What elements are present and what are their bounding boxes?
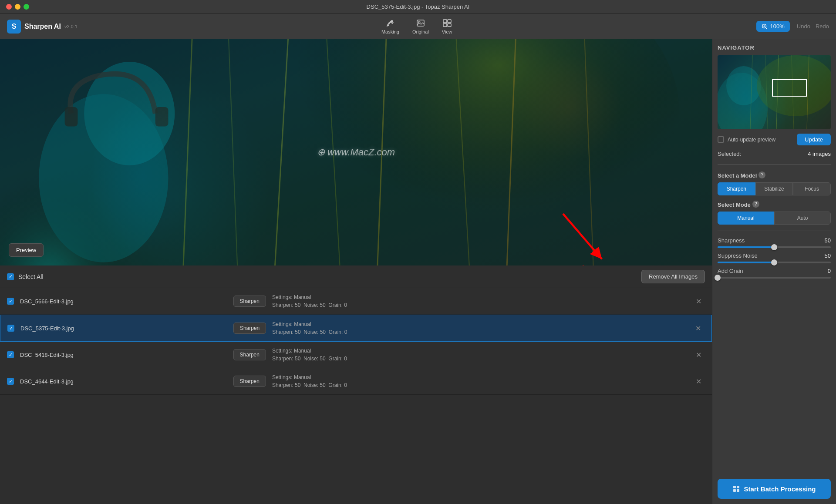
sharpness-track[interactable] (718, 246, 831, 248)
svg-rect-35 (733, 486, 736, 488)
selected-row: Selected: 4 images (718, 150, 831, 158)
settings-label-1: Settings: Manual (272, 293, 686, 301)
file-item-1[interactable]: ✓ DSC_5666-Edit-3.jpg Sharpen Settings: … (0, 288, 712, 315)
toolbar-center: Masking Original View (381, 18, 452, 34)
masking-button[interactable]: Masking (381, 18, 399, 34)
file-settings-4: Settings: Manual Sharpen: 50 Noise: 50 G… (272, 373, 686, 389)
mode-manual-button[interactable]: Manual (718, 212, 774, 225)
settings-detail-1: Sharpen: 50 Noise: 50 Grain: 0 (272, 301, 686, 309)
svg-rect-6 (448, 24, 451, 27)
grain-thumb[interactable] (715, 275, 721, 281)
original-label: Original (412, 29, 429, 34)
noise-label-row: Suppress Noise 50 (718, 252, 831, 259)
file-settings-3: Settings: Manual Sharpen: 50 Noise: 50 G… (272, 347, 686, 363)
noise-label: Suppress Noise (718, 252, 758, 259)
navigator-preview (718, 55, 831, 129)
mode-auto-button[interactable]: Auto (774, 212, 831, 225)
window-title: DSC_5375-Edit-3.jpg - Topaz Sharpen AI (367, 3, 470, 10)
model-help-icon[interactable]: ? (758, 171, 765, 178)
preview-container: ⊕ www.MacZ.com Preview (0, 39, 712, 265)
file-checkbox-4[interactable]: ✓ (7, 378, 14, 385)
sharpness-thumb[interactable] (771, 244, 777, 250)
noise-value: 50 (825, 252, 831, 259)
auto-update-label: Auto-update preview (728, 137, 775, 143)
file-checkbox-3[interactable]: ✓ (7, 351, 14, 358)
svg-rect-37 (733, 489, 736, 492)
zoom-level: 100% (770, 23, 785, 30)
zoom-button[interactable]: 100% (756, 21, 790, 32)
select-all-label: Select All (18, 273, 44, 280)
file-item-3[interactable]: ✓ DSC_5418-Edit-3.jpg Sharpen Settings: … (0, 342, 712, 368)
auto-update-row: Auto-update preview Update (718, 134, 831, 145)
file-item-4[interactable]: ✓ DSC_4644-Edit-3.jpg Sharpen Settings: … (0, 368, 712, 395)
grain-track[interactable] (718, 277, 831, 279)
model-section: Select a Model ? Sharpen Stabilize Focus (718, 171, 831, 195)
grain-slider-row: Add Grain 0 (718, 268, 831, 279)
svg-rect-4 (448, 20, 451, 23)
sharpness-label-row: Sharpness 50 (718, 237, 831, 244)
mode-section: Select Mode ? Manual Auto (718, 200, 831, 225)
file-item-2[interactable]: ✓ DSC_5375-Edit-3.jpg Sharpen Settings: … (0, 315, 712, 342)
remove-file-1[interactable]: ✕ (692, 296, 705, 307)
logo-icon: S (7, 20, 21, 34)
file-checkbox-2[interactable]: ✓ (7, 325, 14, 332)
selected-label: Selected: (718, 151, 741, 157)
svg-rect-21 (65, 107, 78, 127)
app-name: Sharpen AI (24, 23, 61, 30)
grain-value: 0 (828, 268, 831, 274)
settings-label-4: Settings: Manual (272, 373, 686, 381)
model-sharpen-button[interactable]: Sharpen (718, 182, 755, 195)
remove-file-4[interactable]: ✕ (692, 376, 705, 387)
navigator-title: NAVIGATOR (718, 44, 831, 51)
remove-file-2[interactable]: ✕ (692, 323, 705, 334)
model-section-label: Select a Model (718, 172, 757, 179)
file-settings-2: Settings: Manual Sharpen: 50 Noise: 50 G… (272, 320, 686, 336)
file-settings-1: Settings: Manual Sharpen: 50 Noise: 50 G… (272, 293, 686, 309)
settings-detail-2: Sharpen: 50 Noise: 50 Grain: 0 (272, 328, 686, 336)
mode-section-label: Select Mode (718, 202, 751, 208)
update-button[interactable]: Update (797, 134, 831, 145)
titlebar: DSC_5375-Edit-3.jpg - Topaz Sharpen AI (0, 0, 836, 14)
right-panel: NAVIGATOR Auto-update preview Update S (712, 39, 836, 504)
maximize-button[interactable] (24, 4, 29, 10)
sharpen-button-4[interactable]: Sharpen (233, 376, 266, 387)
selected-value: 4 images (808, 151, 831, 157)
model-focus-button[interactable]: Focus (793, 182, 831, 195)
spacer (718, 283, 831, 474)
svg-rect-36 (737, 486, 739, 488)
sharpen-button-2[interactable]: Sharpen (233, 323, 266, 334)
start-batch-label: Start Batch Processing (744, 485, 816, 493)
mode-help-icon[interactable]: ? (752, 201, 759, 208)
view-button[interactable]: View (442, 18, 452, 34)
file-checkbox-1[interactable]: ✓ (7, 298, 14, 305)
start-batch-icon (732, 485, 740, 493)
redo-button[interactable]: Redo (816, 23, 829, 30)
settings-detail-4: Sharpen: 50 Noise: 50 Grain: 0 (272, 381, 686, 389)
grain-label-row: Add Grain 0 (718, 268, 831, 274)
minimize-button[interactable] (15, 4, 20, 10)
divider-1 (718, 164, 831, 165)
sharpness-value: 50 (825, 237, 831, 244)
remove-all-button[interactable]: Remove All Images (641, 270, 705, 283)
sharpen-button-3[interactable]: Sharpen (233, 349, 266, 360)
select-all-left: ✓ Select All (7, 273, 44, 280)
svg-rect-22 (155, 107, 169, 127)
noise-thumb[interactable] (771, 259, 777, 265)
file-name-4: DSC_4644-Edit-3.jpg (20, 378, 227, 385)
sharpen-button-1[interactable]: Sharpen (233, 296, 266, 307)
select-all-checkbox[interactable]: ✓ (7, 273, 14, 280)
noise-track[interactable] (718, 262, 831, 263)
file-name-1: DSC_5666-Edit-3.jpg (20, 298, 227, 305)
preview-button[interactable]: Preview (9, 243, 44, 257)
close-button[interactable] (6, 4, 12, 10)
remove-file-3[interactable]: ✕ (692, 349, 705, 361)
settings-detail-3: Sharpen: 50 Noise: 50 Grain: 0 (272, 355, 686, 363)
model-buttons: Sharpen Stabilize Focus (718, 182, 831, 195)
file-name-3: DSC_5418-Edit-3.jpg (20, 352, 227, 358)
model-stabilize-button[interactable]: Stabilize (755, 182, 793, 195)
undo-button[interactable]: Undo (797, 23, 810, 30)
original-button[interactable]: Original (412, 18, 429, 34)
auto-update-checkbox[interactable] (718, 136, 724, 143)
svg-rect-38 (737, 489, 739, 492)
start-batch-button[interactable]: Start Batch Processing (718, 479, 831, 499)
